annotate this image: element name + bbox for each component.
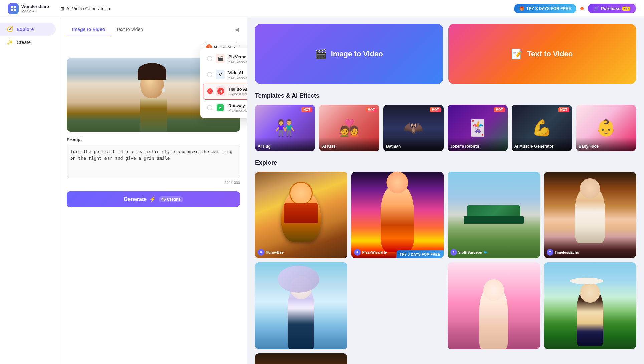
ai-kiss-label: AI Kiss <box>319 137 379 151</box>
hero-text-to-video[interactable]: 📝 Text to Video <box>448 24 636 84</box>
svg-rect-3 <box>14 9 16 11</box>
explore-title: Explore <box>255 159 636 166</box>
model-dropdown: 🎬 PixVerse Fast video generation V Vidu … <box>200 48 247 118</box>
ec1-label: H HoneyBee <box>258 249 284 256</box>
tab-text-to-video[interactable]: Text to Video <box>111 24 148 35</box>
ec3-label: S SlothSurgeon 🐦 <box>450 249 488 256</box>
ec3-avatar: S <box>450 249 457 256</box>
explore-grid: H HoneyBee P PizzaWi <box>255 172 636 364</box>
logo-text-block: Wondershare Media AI <box>21 4 49 13</box>
svg-rect-2 <box>11 9 13 11</box>
right-content: 🎬 Image to Video 📝 Text to Video Templat… <box>247 17 644 364</box>
hero-image-to-video[interactable]: 🎬 Image to Video <box>255 24 443 84</box>
ec1-bg <box>255 172 347 258</box>
templates-title: Templates & AI Effects <box>255 92 636 99</box>
runway-name: Runway <box>228 103 247 108</box>
sparkle-icon: ✨ <box>7 39 13 45</box>
ec4-label: T TimelessEcho <box>547 249 579 256</box>
vidu-radio[interactable] <box>207 72 212 77</box>
purchase-label: Purchase <box>601 6 621 11</box>
notification-dot[interactable] <box>580 7 584 10</box>
ec1-avatar: H <box>258 249 264 256</box>
vidu-info: Vidu AI Fast video generation <box>228 70 247 79</box>
explore-card-3[interactable]: S SlothSurgeon 🐦 <box>448 172 540 258</box>
template-ai-kiss[interactable]: 💑 HOT AI Kiss <box>319 105 379 151</box>
template-muscle[interactable]: 💪 HOT AI Muscle Generator <box>512 105 572 151</box>
ec2-label: P PizzaWizard ▶ <box>354 249 387 256</box>
app-body: 🧭 Explore ✨ Create Image to Video Text t… <box>0 17 644 364</box>
explore-card-7[interactable] <box>544 262 636 349</box>
header-right: 🎁 TRY 3 DAYS FOR FREE 🛒 Purchase VIP <box>514 4 636 13</box>
explore-card-4[interactable]: T TimelessEcho <box>544 172 636 258</box>
ec3-username: SlothSurgeon 🐦 <box>458 250 488 255</box>
runway-desc: Multimodal, professional model <box>228 108 247 112</box>
ec7-bg <box>544 262 636 349</box>
template-ai-hug[interactable]: 👫 HOT AI Hug <box>255 105 315 151</box>
ec3-bg <box>448 172 540 258</box>
sidebar-item-explore[interactable]: 🧭 Explore <box>0 23 56 36</box>
dropdown-item-runway[interactable]: R Runway Multimodal, professional model <box>203 100 247 116</box>
hot-badge-batman: HOT <box>430 107 441 112</box>
nav-ai-video[interactable]: ⊞ AI Video Generator ▾ <box>57 4 114 13</box>
dropdown-item-hailuo[interactable]: H Hailuo AI Highest video quality <box>203 83 247 100</box>
char-count: 121/1000 <box>67 181 240 185</box>
txt-video-label: Text to Video <box>527 50 573 58</box>
sidebar: 🧭 Explore ✨ Create <box>0 17 60 364</box>
gift-icon: 🎁 <box>519 6 524 11</box>
muscle-label: AI Muscle Generator <box>512 137 572 151</box>
dropdown-item-pixverse[interactable]: 🎬 PixVerse Fast video generation <box>203 51 247 67</box>
sidebar-item-create[interactable]: ✨ Create <box>0 36 60 49</box>
ec1-username: HoneyBee <box>266 250 284 254</box>
pixverse-radio[interactable] <box>207 56 212 61</box>
ec4-bg <box>544 172 636 258</box>
pixverse-icon: 🎬 <box>216 54 225 63</box>
batman-label: Batman <box>383 137 443 151</box>
lightning-icon: ⚡ <box>149 196 156 202</box>
collapse-icon[interactable]: ◀ <box>233 25 240 34</box>
ec2-username: PizzaWizard ▶ <box>362 250 387 255</box>
try-free-bottom[interactable]: TRY 3 DAYS FOR FREE <box>396 250 444 258</box>
joker-label: Joker's Rebirth <box>448 137 508 151</box>
tab-image-to-video[interactable]: Image to Video <box>67 24 111 35</box>
hot-badge-joker: HOT <box>494 107 505 112</box>
ec5-bg <box>255 262 347 349</box>
chevron-down-icon: ▾ <box>108 6 111 11</box>
runway-info: Runway Multimodal, professional model <box>228 103 247 112</box>
hailuo-radio[interactable] <box>207 88 213 94</box>
hot-badge-muscle: HOT <box>558 107 569 112</box>
hero-cards: 🎬 Image to Video 📝 Text to Video <box>255 24 636 84</box>
ec6-bg <box>448 262 540 349</box>
explore-card-2[interactable]: P PizzaWizard ▶ TRY 3 DAYS FOR FREE <box>351 172 443 258</box>
explore-card-8[interactable] <box>255 353 347 364</box>
header: Wondershare Media AI ⊞ AI Video Generato… <box>0 0 644 17</box>
generate-label: Generate <box>124 196 147 202</box>
dropdown-item-vidu[interactable]: V Vidu AI Fast video generation <box>203 67 247 83</box>
prompt-textarea[interactable]: Turn the portrait into a realistic style… <box>67 145 240 178</box>
explore-card-5[interactable] <box>255 262 347 349</box>
txt-video-icon: 📝 <box>511 49 523 60</box>
template-batman[interactable]: 🦇 HOT Batman <box>383 105 443 151</box>
generate-button[interactable]: Generate ⚡ 45 Credits <box>67 191 240 207</box>
explore-card-6[interactable] <box>448 262 540 349</box>
tabs: Image to Video Text to Video ◀ <box>67 24 240 35</box>
template-baby[interactable]: 👶 Baby Face <box>576 105 636 151</box>
ec2-avatar: P <box>354 249 361 256</box>
try-free-button[interactable]: 🎁 TRY 3 DAYS FOR FREE <box>514 4 576 13</box>
pixverse-name: PixVerse <box>228 54 247 59</box>
compass-icon: 🧭 <box>7 26 13 32</box>
credit-badge: 45 Credits <box>159 196 183 202</box>
portrait-head <box>140 70 164 98</box>
purchase-button[interactable]: 🛒 Purchase VIP <box>588 4 636 13</box>
hailuo-name: Hailuo AI <box>229 87 247 92</box>
hailuo-info: Hailuo AI Highest video quality <box>229 87 247 96</box>
hot-badge: HOT <box>301 107 312 112</box>
ec4-avatar: T <box>547 249 553 256</box>
img-video-icon: 🎬 <box>315 49 327 60</box>
hailuo-icon: H <box>216 86 225 96</box>
vip-badge: VIP <box>622 7 630 11</box>
runway-radio[interactable] <box>207 105 212 110</box>
grid-icon: ⊞ <box>60 6 64 11</box>
ec2-bg <box>351 172 443 258</box>
explore-card-1[interactable]: H HoneyBee <box>255 172 347 258</box>
template-joker[interactable]: 🃏 HOT Joker's Rebirth <box>448 105 508 151</box>
